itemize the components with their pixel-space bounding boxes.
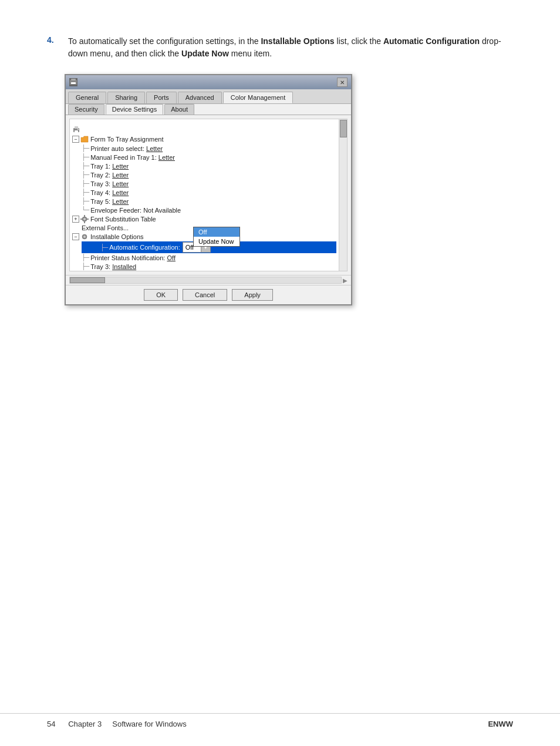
footer-left: 54 Chapter 3 Software for Windows	[47, 720, 187, 728]
tree-item-tray5[interactable]: ├─ Tray 5: Letter	[82, 197, 336, 206]
gear-icon-font	[80, 215, 89, 223]
tree-item-tray3-installed[interactable]: ├─ Tray 3: Installed	[82, 262, 336, 271]
branch-line: ├─	[82, 153, 89, 161]
installable-options-label: Installable Options	[90, 233, 144, 240]
dialog-titlebar: ✕	[66, 75, 351, 89]
gear-icon-installable	[80, 233, 89, 241]
instruction-text: To automatically set the configuration s…	[68, 35, 513, 60]
branch-line: ├─	[82, 197, 89, 205]
svg-rect-4	[75, 126, 78, 129]
h-scroll-arrow[interactable]: ▶	[343, 277, 348, 284]
svg-rect-2	[71, 82, 76, 84]
tab-sharing[interactable]: Sharing	[107, 92, 145, 103]
svg-point-8	[83, 218, 86, 220]
tree-item-font-sub[interactable]: + Font Substitution Table	[72, 214, 336, 224]
form-tray-label: Form To Tray Assignment	[90, 136, 164, 143]
tree-item-tray2[interactable]: ├─ Tray 2: Letter	[82, 170, 336, 179]
branch-line: ├─	[82, 254, 89, 261]
svg-rect-5	[75, 130, 78, 133]
tab-general[interactable]: General	[68, 92, 106, 103]
bold-installable-options: Installable Options	[261, 36, 334, 46]
branch-line: ├─	[82, 263, 89, 270]
dialog-tabs-row2: Security Device Settings About	[66, 104, 351, 115]
dialog-body: − Form To Tray Assignment ├─ Printer aut…	[69, 119, 348, 271]
svg-point-6	[77, 129, 79, 130]
dialog-title-icon	[69, 78, 77, 86]
tab-device-settings[interactable]: Device Settings	[106, 104, 163, 115]
tray1-label: Tray 1: Letter	[90, 163, 129, 170]
page-content: 4. To automatically set the configuratio…	[0, 0, 560, 341]
tab-advanced[interactable]: Advanced	[178, 92, 222, 103]
manual-feed-label: Manual Feed in Tray 1: Letter	[90, 154, 175, 161]
tree-item-tray1[interactable]: ├─ Tray 1: Letter	[82, 162, 336, 170]
branch-line: ├─	[82, 145, 89, 152]
font-sub-label: Font Substitution Table	[90, 216, 156, 223]
page-footer: 54 Chapter 3 Software for Windows ENWW	[0, 713, 560, 728]
tree-item-tray4[interactable]: ├─ Tray 4: Letter	[82, 188, 336, 197]
instruction-step-4: 4. To automatically set the configuratio…	[47, 35, 513, 60]
chapter-label: Chapter 3	[68, 720, 102, 728]
dialog-close-button[interactable]: ✕	[337, 78, 348, 87]
ok-button[interactable]: OK	[144, 289, 178, 301]
branch-line: └─	[82, 206, 89, 214]
enww-label: ENWW	[488, 720, 513, 728]
tree-item-auto-select[interactable]: ├─ Printer auto select: Letter	[82, 144, 336, 153]
tray3-installed-label: Tray 3: Installed	[90, 263, 136, 270]
tab-ports[interactable]: Ports	[146, 92, 177, 103]
page-number: 54	[47, 720, 55, 728]
svg-rect-12	[87, 219, 89, 220]
expander-form-tray[interactable]: −	[72, 136, 79, 143]
printer-icon	[72, 126, 80, 134]
svg-rect-10	[84, 221, 85, 223]
svg-rect-9	[84, 215, 85, 217]
printer-properties-dialog: ✕ General Sharing Ports Advanced Color M…	[65, 74, 352, 305]
dialog-wrapper: ✕ General Sharing Ports Advanced Color M…	[65, 74, 513, 305]
menu-item-update-now[interactable]: Update Now	[194, 237, 239, 246]
bold-update-now: Update Now	[181, 49, 229, 58]
branch-line: ├─	[82, 189, 89, 196]
tab-about[interactable]: About	[164, 104, 194, 115]
step-number: 4.	[47, 35, 59, 60]
tree-item-tray3[interactable]: ├─ Tray 3: Letter	[82, 179, 336, 188]
tree-item-printer-status[interactable]: ├─ Printer Status Notification: Off	[82, 253, 336, 262]
section-label: Software for Windows	[112, 720, 186, 728]
tab-security[interactable]: Security	[68, 104, 104, 115]
auto-config-label: Automatic Configuration:	[109, 244, 180, 251]
external-fonts-label: External Fonts...	[82, 224, 129, 231]
tray3-letter-label: Tray 3: Letter	[90, 180, 129, 187]
tree-printer-icon-row	[72, 125, 336, 135]
dialog-tabs-row1: General Sharing Ports Advanced Color Man…	[66, 89, 351, 104]
menu-item-off[interactable]: Off	[194, 227, 239, 237]
branch-line: ├─	[82, 171, 89, 179]
dialog-footer: OK Cancel Apply	[66, 285, 351, 304]
svg-rect-1	[71, 79, 76, 80]
footer-right: ENWW	[488, 720, 513, 728]
scrollbar-thumb[interactable]	[340, 120, 347, 137]
folder-icon	[80, 135, 89, 143]
h-scrollbar-track[interactable]	[69, 277, 342, 284]
tray4-letter-label: Tray 4: Letter	[90, 189, 129, 196]
expander-installable[interactable]: −	[72, 233, 79, 240]
tab-color-management[interactable]: Color Management	[223, 92, 294, 103]
expander-font-sub[interactable]: +	[72, 216, 79, 223]
branch-line: ├─	[100, 244, 108, 251]
tree-item-tray4-installed[interactable]: └─ Tray 4: Installed	[82, 271, 336, 271]
h-scrollbar-row: ▶	[66, 275, 351, 285]
tree-item-manual-feed[interactable]: ├─ Manual Feed in Tray 1: Letter	[82, 153, 336, 162]
tree-view: − Form To Tray Assignment ├─ Printer aut…	[70, 123, 339, 271]
scrollbar-track[interactable]	[339, 119, 347, 271]
h-scrollbar-thumb[interactable]	[70, 277, 105, 283]
apply-button[interactable]: Apply	[232, 289, 273, 301]
tray5-label: Tray 5: Letter	[90, 198, 129, 205]
auto-select-label: Printer auto select: Letter	[90, 145, 163, 152]
titlebar-left	[69, 78, 77, 86]
tree-item-form-tray[interactable]: − Form To Tray Assignment	[72, 135, 336, 144]
branch-line: ├─	[82, 180, 89, 187]
svg-rect-11	[80, 219, 82, 220]
dropdown-menu: Off Update Now	[193, 227, 240, 247]
bold-automatic-config: Automatic Configuration	[383, 36, 480, 46]
tree-item-envelope[interactable]: └─ Envelope Feeder: Not Available	[82, 206, 336, 214]
cancel-button[interactable]: Cancel	[183, 289, 227, 301]
branch-line: ├─	[82, 162, 89, 170]
tray2-label: Tray 2: Letter	[90, 172, 129, 179]
